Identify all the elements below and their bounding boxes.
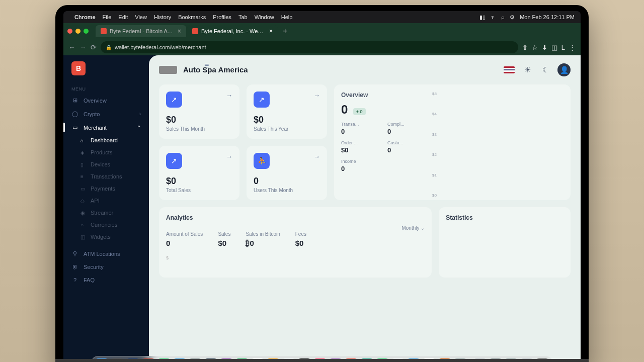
menu-bookmarks[interactable]: Bookmarks <box>178 14 206 20</box>
sidebar-sub-dashboard[interactable]: ⌂Dashboard <box>63 134 149 146</box>
card-link-arrow[interactable]: → <box>313 92 320 99</box>
menu-help[interactable]: Help <box>281 14 293 20</box>
window-maximize-button[interactable] <box>84 29 89 34</box>
download-icon[interactable]: ⬇ <box>542 44 547 51</box>
pin-icon: ⚲ <box>71 250 78 257</box>
window-minimize-button[interactable] <box>75 29 80 34</box>
coin-icon: ○ <box>80 222 87 228</box>
menu-file[interactable]: File <box>103 14 112 20</box>
nav-label: Crypto <box>84 111 100 117</box>
trend-up-icon: ↗ <box>166 153 182 169</box>
stat-card-sales-month: ↗ → $0 Sales This Month <box>159 84 239 139</box>
overview-delta-badge: + 0 <box>353 108 366 115</box>
sidebar-item-faq[interactable]: ?FAQ <box>63 274 149 287</box>
sub-label: Currencies <box>91 222 117 228</box>
sidebar-sub-api[interactable]: ◇API <box>63 195 149 207</box>
tag-icon: ◈ <box>80 150 87 155</box>
forward-button[interactable]: → <box>79 43 87 51</box>
card-link-arrow[interactable]: → <box>226 92 232 99</box>
chevron-down-icon: ⌄ <box>421 225 425 231</box>
period-selector[interactable]: Monthly ⌄ <box>401 225 425 231</box>
window-close-button[interactable] <box>67 29 72 34</box>
shield-icon: ⛨ <box>71 264 78 270</box>
users-icon: ⛹ <box>254 153 270 169</box>
sub-label: Streamer <box>91 210 113 216</box>
back-button[interactable]: ← <box>68 43 75 51</box>
page-header: Auto Spa America ☀ ☾ 👤 <box>159 63 571 76</box>
overview-metric: Custo...0 <box>387 140 427 154</box>
card-link-arrow[interactable]: → <box>313 153 320 160</box>
app-logo[interactable]: B <box>71 61 86 75</box>
nav-label: Security <box>84 264 104 270</box>
widget-icon: ◫ <box>80 234 87 240</box>
theme-light-button[interactable]: ☀ <box>521 64 533 76</box>
stat-value: 0 <box>254 176 320 187</box>
list-icon: ≡ <box>80 174 87 179</box>
profile-button[interactable]: L <box>561 44 565 51</box>
app-sidebar: B MENU ⊞ Overview ◯ Crypto › ▭ Merchant … <box>63 55 149 362</box>
sidebar-sub-widgets[interactable]: ◫Widgets <box>63 231 149 243</box>
card-link-arrow[interactable]: → <box>226 153 232 160</box>
sub-label: Payments <box>91 186 115 192</box>
sidebar-item-security[interactable]: ⛨Security <box>63 260 149 274</box>
tab-close-icon[interactable]: × <box>178 28 181 35</box>
stat-label: Sales This Month <box>166 126 232 132</box>
theme-dark-button[interactable]: ☾ <box>539 64 551 76</box>
sidebar-sub-devices[interactable]: ▯Devices <box>63 158 149 170</box>
sidebar-sub-transactions[interactable]: ≡Transactions <box>63 170 149 183</box>
tab-title: Byte Federal - Bitcoin ATMs, V <box>110 28 175 34</box>
browser-tab-active[interactable]: Byte Federal, Inc. - Web Wall × <box>187 25 278 37</box>
grid-icon: ⊞ <box>71 97 78 104</box>
home-icon: ⌂ <box>80 138 87 143</box>
menu-icon[interactable]: ⋮ <box>569 44 576 51</box>
sub-label: Products <box>91 149 112 155</box>
stat-label: Sales This Year <box>254 126 320 132</box>
menu-view[interactable]: View <box>135 14 147 20</box>
overview-card: Overview 0 + 0 Transa...0 Compl...0 Orde… <box>334 84 571 200</box>
overview-metric: Transa...0 <box>341 122 380 135</box>
reload-button[interactable]: ⟳ <box>91 43 97 51</box>
browser-tab[interactable]: Byte Federal - Bitcoin ATMs, V × <box>96 25 186 37</box>
sub-label: Widgets <box>91 234 111 240</box>
sidebar-sub-payments[interactable]: ▭Payments <box>63 183 149 195</box>
panel-icon[interactable]: ◫ <box>551 44 557 51</box>
sidebar-sub-currencies[interactable]: ○Currencies <box>63 219 149 231</box>
hamburger-icon[interactable]: ≡ <box>204 61 209 70</box>
analytics-metric: Sales$0 <box>218 231 230 247</box>
user-avatar[interactable]: 👤 <box>557 63 571 76</box>
menu-window[interactable]: Window <box>255 14 274 20</box>
browser-toolbar: ← → ⟳ 🔒 wallet.bytefederal.com/web/merch… <box>63 39 581 55</box>
menu-profiles[interactable]: Profiles <box>213 14 231 20</box>
share-icon[interactable]: ⇧ <box>522 44 528 51</box>
battery-icon[interactable]: ▮▯ <box>479 14 486 21</box>
stat-label: Users This Month <box>254 188 320 193</box>
stat-value: $0 <box>254 115 320 125</box>
sidebar-item-overview[interactable]: ⊞ Overview <box>63 94 149 107</box>
bookmark-icon[interactable]: ☆ <box>532 44 538 51</box>
tab-close-icon[interactable]: × <box>269 28 273 35</box>
menubar-app-name[interactable]: Chrome <box>74 14 96 20</box>
address-bar[interactable]: 🔒 wallet.bytefederal.com/web/merchant <box>101 41 518 53</box>
search-icon[interactable]: ⌕ <box>501 14 505 20</box>
browser-tabstrip: Byte Federal - Bitcoin ATMs, V × Byte Fe… <box>63 23 581 39</box>
menubar-datetime[interactable]: Mon Feb 26 12:11 PM <box>520 14 575 20</box>
sidebar-sub-streamer[interactable]: ◉Streamer <box>63 207 149 219</box>
sidebar-item-crypto[interactable]: ◯ Crypto › <box>63 107 149 121</box>
tab-title: Byte Federal, Inc. - Web Wall <box>201 28 266 34</box>
circle-icon: ◯ <box>71 111 78 117</box>
lock-icon: 🔒 <box>106 45 112 50</box>
menu-history[interactable]: History <box>154 14 171 20</box>
sidebar-item-atm-locations[interactable]: ⚲ATM Locations <box>63 247 149 260</box>
sub-label: Transactions <box>91 173 122 179</box>
locale-flag[interactable] <box>503 64 515 76</box>
sidebar-sub-products[interactable]: ◈Products <box>63 146 149 158</box>
statistics-card: Statistics <box>439 207 571 278</box>
menu-tab[interactable]: Tab <box>238 14 248 20</box>
main-content: ≡ Auto Spa America ☀ ☾ 👤 ↗ → $0 <box>149 55 581 362</box>
wifi-icon[interactable]: ᯤ <box>491 14 496 20</box>
control-center-icon[interactable]: ⚙ <box>510 14 515 21</box>
sidebar-item-merchant[interactable]: ▭ Merchant ⌃ <box>63 121 149 134</box>
new-tab-button[interactable]: + <box>283 27 287 36</box>
analytics-chart-area: $ <box>166 255 425 270</box>
menu-edit[interactable]: Edit <box>118 14 128 20</box>
